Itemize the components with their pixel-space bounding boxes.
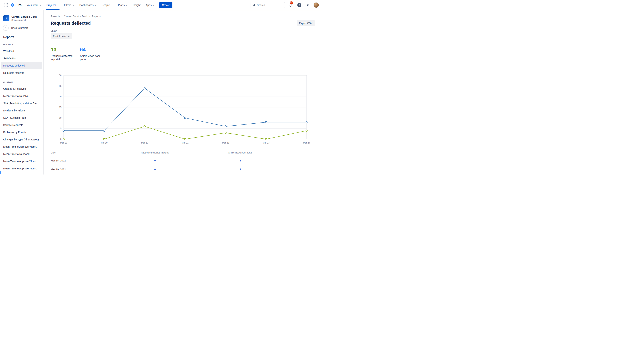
global-search[interactable] — [250, 2, 285, 8]
user-avatar[interactable] — [314, 2, 319, 7]
svg-text:Mar 22: Mar 22 — [222, 141, 229, 144]
svg-text:Mar 23: Mar 23 — [263, 141, 270, 144]
svg-text:0: 0 — [60, 138, 62, 140]
sidebar-item-mean-time-to-approve-norm[interactable]: Mean Time to Approve 'Norm... — [1, 165, 42, 172]
stat-requests-deflected-in-portal: 13Requests deflected in portal — [51, 47, 80, 61]
sidebar-item-label: Requests deflected — [3, 64, 25, 67]
search-icon — [252, 4, 256, 6]
chevron-down-icon — [111, 4, 113, 6]
page-title: Requests deflected — [51, 21, 91, 26]
sidebar-item-mean-time-to-respond[interactable]: Mean Time to Respond — [1, 150, 42, 158]
stat-value: 64 — [80, 47, 109, 52]
notifications-button[interactable]: 9+ — [288, 2, 294, 8]
breadcrumb-link-central-service-desk[interactable]: Central Service Desk — [64, 15, 88, 18]
svg-text:25: 25 — [59, 85, 62, 87]
nav-item-label: Plans — [118, 4, 124, 6]
sidebar-scrollbar-thumb[interactable] — [0, 171, 1, 174]
cell-date: Mar 19, 2022 — [51, 168, 112, 171]
sidebar-item-service-requests[interactable]: Service Requests — [1, 121, 42, 129]
jira-logo-icon — [10, 3, 14, 7]
nav-item-label: Your work — [27, 4, 38, 6]
help-icon: ? — [297, 3, 301, 7]
search-input[interactable] — [257, 4, 283, 6]
show-label: Show — [51, 30, 315, 32]
nav-item-your-work[interactable]: Your work — [24, 0, 44, 10]
help-button[interactable]: ? — [296, 2, 302, 8]
nav-item-people[interactable]: People — [99, 0, 116, 10]
table-header-row: DateRequests deflected in portalArticle … — [51, 150, 315, 156]
back-to-project-label: Back to project — [11, 26, 28, 29]
cell-requests-deflected-link[interactable]: 0 — [112, 168, 198, 171]
stat-label: Requests deflected in portal — [51, 54, 74, 61]
sidebar-item-created-resolved[interactable]: Created & Resolved — [1, 85, 42, 92]
sidebar-item-incidents-by-priority[interactable]: Incidents by Priority — [1, 107, 42, 114]
chevron-down-icon — [72, 4, 74, 6]
cell-article-views-link[interactable]: 4 — [198, 168, 283, 171]
project-sidebar: Central Service Desk Service project Bac… — [0, 10, 44, 174]
app-switcher-button[interactable] — [3, 2, 9, 8]
sidebar-report-list: DEFAULTWorkloadSatisfactionRequests defl… — [0, 39, 43, 172]
svg-text:Mar 21: Mar 21 — [182, 141, 188, 144]
stat-label: Article views from portal — [80, 54, 103, 61]
breadcrumb: Projects/Central Service Desk/Reports — [51, 15, 315, 18]
back-to-project-button[interactable]: Back to project — [0, 23, 43, 33]
sidebar-section-title: Reports — [0, 33, 43, 39]
svg-text:Mar 24: Mar 24 — [303, 141, 310, 144]
deflection-line-chart: 051015202530Mar 18Mar 19Mar 20Mar 21Mar … — [51, 73, 315, 145]
nav-item-projects[interactable]: Projects — [44, 0, 62, 10]
cell-requests-deflected-link[interactable]: 0 — [112, 159, 198, 162]
sidebar-item-label: SLA (Resolution) - Met vs Bre... — [3, 102, 39, 105]
sidebar-item-mean-time-to-resolve[interactable]: Mean Time to Resolve — [1, 92, 42, 100]
main-content: Projects/Central Service Desk/Reports Re… — [44, 10, 322, 174]
sidebar-item-mean-time-to-approve-norm[interactable]: Mean Time to Approve 'Norm... — [1, 143, 42, 150]
date-range-dropdown[interactable]: Past 7 days — [51, 33, 72, 39]
table-row: Mar 18, 202204 — [51, 156, 315, 165]
sidebar-item-label: Workload — [3, 50, 14, 52]
nav-item-label: Filters — [64, 4, 71, 6]
svg-text:Mar 18: Mar 18 — [60, 141, 67, 144]
sidebar-item-label: Mean Time to Approve 'Norm... — [3, 167, 38, 170]
page-header-row: Requests deflected Export CSV — [51, 20, 315, 26]
nav-item-label: People — [102, 4, 110, 6]
sidebar-item-requests-resolved[interactable]: Requests resolved — [1, 69, 42, 76]
nav-item-filters[interactable]: Filters — [62, 0, 77, 10]
sidebar-item-workload[interactable]: Workload — [1, 47, 42, 55]
sidebar-item-sla-success-rate[interactable]: SLA - Success Rate — [1, 114, 42, 121]
breadcrumb-link-reports[interactable]: Reports — [92, 15, 100, 18]
sidebar-group-heading-default: DEFAULT — [0, 39, 43, 47]
project-type: Service project — [12, 19, 36, 21]
page-layout: Central Service Desk Service project Bac… — [0, 10, 322, 174]
nav-item-plans[interactable]: Plans — [116, 0, 130, 10]
report-table: DateRequests deflected in portalArticle … — [51, 150, 315, 174]
sidebar-item-sla-resolution-met-vs-bre[interactable]: SLA (Resolution) - Met vs Bre... — [1, 100, 42, 107]
settings-button[interactable] — [305, 2, 310, 8]
nav-item-insight[interactable]: Insight — [130, 0, 143, 10]
sidebar-item-problems-by-priority[interactable]: Problems by Priority — [1, 129, 42, 136]
summary-stats: 13Requests deflected in portal64Article … — [51, 47, 315, 61]
top-navigation: Jira Your workProjectsFiltersDashboardsP… — [0, 0, 322, 10]
nav-item-label: Apps — [146, 4, 152, 6]
sidebar-item-mean-time-to-approve-norm[interactable]: Mean Time to Approve 'Norm... — [1, 158, 42, 165]
sidebar-item-requests-deflected[interactable]: Requests deflected — [1, 62, 42, 69]
sidebar-item-satisfaction[interactable]: Satisfaction — [1, 55, 42, 62]
sidebar-item-changes-by-type-all-statuses[interactable]: Changes by Type (All Statuses) — [1, 136, 42, 143]
date-range-value: Past 7 days — [53, 35, 66, 38]
project-title-block: Central Service Desk Service project — [12, 15, 36, 21]
create-button[interactable]: Create — [159, 2, 172, 8]
app-grid-icon — [4, 3, 8, 6]
breadcrumb-separator: / — [90, 15, 90, 18]
nav-item-label: Insight — [133, 4, 140, 6]
breadcrumb-link-projects[interactable]: Projects — [51, 15, 60, 18]
jira-logo[interactable]: Jira — [10, 3, 24, 7]
nav-right-cluster: 9+ ? — [250, 2, 319, 8]
svg-text:30: 30 — [59, 74, 62, 77]
back-arrow-icon — [3, 25, 8, 30]
column-header-requests-deflected-in-portal: Requests deflected in portal — [112, 151, 198, 154]
export-csv-button[interactable]: Export CSV — [297, 20, 315, 26]
table-row: Mar 19, 202204 — [51, 165, 315, 174]
sidebar-item-label: Changes by Type (All Statuses) — [3, 138, 39, 141]
nav-item-dashboards[interactable]: Dashboards — [77, 0, 99, 10]
sidebar-item-label: Problems by Priority — [3, 131, 26, 134]
cell-article-views-link[interactable]: 4 — [198, 159, 283, 162]
nav-item-apps[interactable]: Apps — [143, 0, 157, 10]
